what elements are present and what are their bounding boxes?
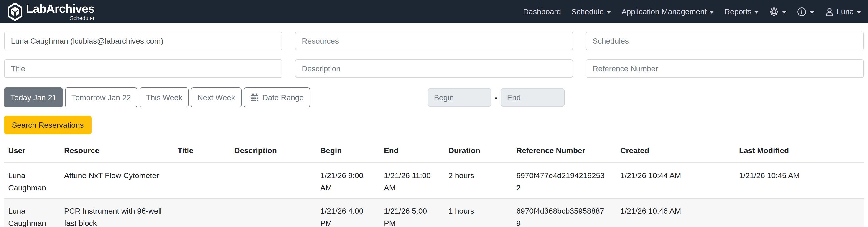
col-header-end: End xyxy=(380,136,444,163)
col-header-description: Description xyxy=(230,136,316,163)
cell-description xyxy=(230,199,316,227)
gear-icon xyxy=(769,7,779,16)
brand[interactable]: LabArchives Scheduler xyxy=(8,3,94,21)
cell-reference-number: 6970f477e4d21942192532 xyxy=(512,163,616,199)
cell-last-modified xyxy=(735,199,864,227)
chevron-down-icon xyxy=(754,11,759,14)
table-row[interactable]: Luna Caughman PCR Instrument with 96-wel… xyxy=(4,199,864,227)
cell-user: Luna Caughman xyxy=(4,199,60,227)
col-header-created: Created xyxy=(616,136,735,163)
date-range-inputs: - xyxy=(428,88,564,107)
end-date-input[interactable] xyxy=(501,88,564,107)
today-button[interactable]: Today Jan 21 xyxy=(4,87,63,108)
col-header-title: Title xyxy=(174,136,230,163)
col-header-begin: Begin xyxy=(316,136,380,163)
table-header-row: User Resource Title Description Begin En… xyxy=(4,136,864,163)
cell-reference-number: 6970f4d368bcb359588879 xyxy=(512,199,616,227)
nav-info-menu[interactable] xyxy=(797,7,814,16)
schedules-filter-input[interactable] xyxy=(586,32,864,50)
col-header-duration: Duration xyxy=(444,136,512,163)
nav-reports[interactable]: Reports xyxy=(724,7,759,16)
nav-application-management[interactable]: Application Management xyxy=(621,7,714,16)
nav-settings-menu[interactable] xyxy=(769,7,786,16)
description-filter-input[interactable] xyxy=(295,59,573,78)
cell-user: Luna Caughman xyxy=(4,163,60,199)
nav-schedule-label: Schedule xyxy=(571,7,604,16)
calendar-icon xyxy=(250,93,259,102)
search-filters-section: Today Jan 21 Tomorrow Jan 22 This Week N… xyxy=(0,32,868,134)
cell-duration: 1 hours xyxy=(444,199,512,227)
col-header-user: User xyxy=(4,136,60,163)
resources-filter-input[interactable] xyxy=(295,32,573,50)
cell-resource: Attune NxT Flow Cytometer xyxy=(60,163,174,199)
date-range-label: Date Range xyxy=(262,93,304,102)
date-filter-row: Today Jan 21 Tomorrow Jan 22 This Week N… xyxy=(4,87,864,108)
nav-user-label: Luna xyxy=(837,7,854,16)
nav-reports-label: Reports xyxy=(724,7,751,16)
info-icon xyxy=(797,7,807,16)
nav-user-menu[interactable]: Luna xyxy=(825,7,861,16)
nav-schedule[interactable]: Schedule xyxy=(571,7,611,16)
date-range-button[interactable]: Date Range xyxy=(244,87,310,108)
brand-text: LabArchives Scheduler xyxy=(26,3,94,21)
cell-resource: PCR Instrument with 96-well fast block xyxy=(60,199,174,227)
next-week-button[interactable]: Next Week xyxy=(191,87,242,108)
chevron-down-icon xyxy=(857,11,861,14)
person-icon xyxy=(825,7,834,16)
nav-dashboard-label: Dashboard xyxy=(523,7,561,16)
cell-end: 1/21/26 11:00 AM xyxy=(380,163,444,199)
brand-subtitle: Scheduler xyxy=(70,15,94,21)
nav-dashboard[interactable]: Dashboard xyxy=(523,7,561,16)
cell-begin: 1/21/26 4:00 PM xyxy=(316,199,380,227)
col-header-resource: Resource xyxy=(60,136,174,163)
reservations-table: User Resource Title Description Begin En… xyxy=(4,136,864,227)
chevron-down-icon xyxy=(810,11,814,14)
reservations-results: User Resource Title Description Begin En… xyxy=(0,136,868,227)
tomorrow-button[interactable]: Tomorrow Jan 22 xyxy=(65,87,137,108)
cell-created: 1/21/26 10:46 AM xyxy=(616,199,735,227)
cell-description xyxy=(230,163,316,199)
search-reservations-button[interactable]: Search Reservations xyxy=(4,116,92,134)
cell-title xyxy=(174,199,230,227)
cell-begin: 1/21/26 9:00 AM xyxy=(316,163,380,199)
cell-end: 1/21/26 5:00 PM xyxy=(380,199,444,227)
chevron-down-icon xyxy=(782,11,786,14)
nav-application-management-label: Application Management xyxy=(621,7,707,16)
this-week-button[interactable]: This Week xyxy=(140,87,189,108)
user-filter-input[interactable] xyxy=(4,32,282,50)
brand-title: LabArchives xyxy=(26,3,94,14)
labarchives-logo-icon xyxy=(8,3,22,21)
nav-menu: Dashboard Schedule Application Managemen… xyxy=(523,7,861,16)
cell-title xyxy=(174,163,230,199)
cell-duration: 2 hours xyxy=(444,163,512,199)
col-header-last-modified: Last Modified xyxy=(735,136,864,163)
reference-number-filter-input[interactable] xyxy=(586,59,864,78)
top-navbar: LabArchives Scheduler Dashboard Schedule… xyxy=(0,0,868,24)
col-header-reference-number: Reference Number xyxy=(512,136,616,163)
cell-created: 1/21/26 10:44 AM xyxy=(616,163,735,199)
title-filter-input[interactable] xyxy=(4,59,282,78)
chevron-down-icon xyxy=(607,11,611,14)
range-separator: - xyxy=(495,93,497,102)
begin-date-input[interactable] xyxy=(428,88,492,107)
chevron-down-icon xyxy=(709,11,714,14)
cell-last-modified: 1/21/26 10:45 AM xyxy=(735,163,864,199)
table-row[interactable]: Luna Caughman Attune NxT Flow Cytometer … xyxy=(4,163,864,199)
